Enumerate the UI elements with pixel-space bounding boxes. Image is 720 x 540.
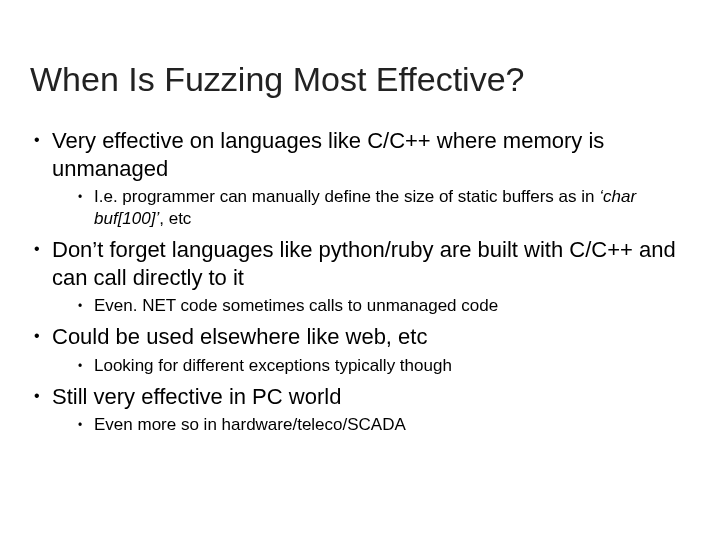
sub-bullet-list: Even more so in hardware/teleco/SCADA xyxy=(52,414,690,436)
sub-bullet-text-prefix: I.e. programmer can manually define the … xyxy=(94,187,599,206)
bullet-list: Very effective on languages like C/C++ w… xyxy=(30,127,690,436)
sub-bullet-item: I.e. programmer can manually define the … xyxy=(78,186,690,230)
sub-bullet-item: Even. NET code sometimes calls to unmana… xyxy=(78,295,690,317)
sub-bullet-text: Even more so in hardware/teleco/SCADA xyxy=(94,415,406,434)
bullet-item: Very effective on languages like C/C++ w… xyxy=(30,127,690,230)
sub-bullet-item: Looking for different exceptions typical… xyxy=(78,355,690,377)
sub-bullet-list: Looking for different exceptions typical… xyxy=(52,355,690,377)
slide: When Is Fuzzing Most Effective? Very eff… xyxy=(0,0,720,540)
bullet-item: Still very effective in PC world Even mo… xyxy=(30,383,690,437)
slide-title: When Is Fuzzing Most Effective? xyxy=(30,60,690,99)
sub-bullet-text: Looking for different exceptions typical… xyxy=(94,356,452,375)
bullet-text: Still very effective in PC world xyxy=(52,384,341,409)
bullet-item: Don’t forget languages like python/ruby … xyxy=(30,236,690,317)
sub-bullet-list: I.e. programmer can manually define the … xyxy=(52,186,690,230)
bullet-item: Could be used elsewhere like web, etc Lo… xyxy=(30,323,690,377)
sub-bullet-text: Even. NET code sometimes calls to unmana… xyxy=(94,296,498,315)
bullet-text: Could be used elsewhere like web, etc xyxy=(52,324,427,349)
bullet-text: Very effective on languages like C/C++ w… xyxy=(52,128,604,181)
bullet-text: Don’t forget languages like python/ruby … xyxy=(52,237,676,290)
sub-bullet-text-suffix: , etc xyxy=(159,209,191,228)
sub-bullet-item: Even more so in hardware/teleco/SCADA xyxy=(78,414,690,436)
sub-bullet-list: Even. NET code sometimes calls to unmana… xyxy=(52,295,690,317)
